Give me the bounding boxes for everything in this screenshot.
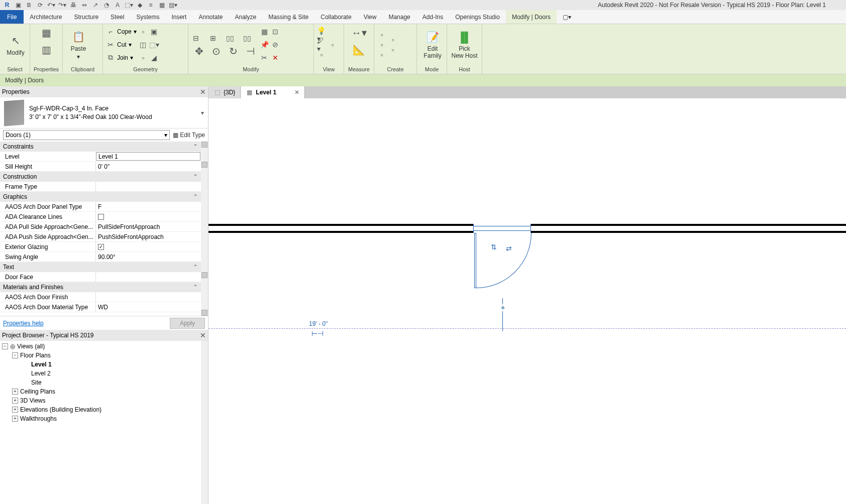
- properties-scrollbar[interactable]: [201, 142, 208, 316]
- door-swing-arc[interactable]: [476, 233, 532, 288]
- close-properties-icon[interactable]: ✕: [200, 88, 206, 96]
- mirror-pick-icon[interactable]: ▯▯: [226, 34, 235, 43]
- frame-type-value[interactable]: [95, 182, 201, 191]
- massing-tab[interactable]: Massing & Site: [262, 10, 314, 24]
- door-material-value[interactable]: WD: [95, 302, 201, 312]
- cut-button[interactable]: ✂Cut▾: [106, 39, 137, 51]
- override-icon[interactable]: 🖊▾: [317, 40, 326, 49]
- dimension-value[interactable]: 19' - 0": [309, 320, 328, 327]
- close-browser-icon[interactable]: ✕: [200, 331, 206, 339]
- undo-icon[interactable]: ↶▾: [47, 1, 55, 9]
- create-similar-icon[interactable]: ▫: [377, 30, 386, 39]
- expand-icon[interactable]: [12, 389, 18, 395]
- collaborate-tab[interactable]: Collaborate: [314, 10, 357, 24]
- text-icon[interactable]: A: [114, 1, 122, 9]
- structure-tab[interactable]: Structure: [68, 10, 104, 24]
- insert-tab[interactable]: Insert: [165, 10, 192, 24]
- scale-icon[interactable]: ⊡: [271, 27, 280, 36]
- collapse-icon[interactable]: [12, 352, 18, 358]
- ada-pull-value[interactable]: PullSideFrontApproach: [95, 222, 201, 231]
- pin-icon[interactable]: ⊘: [271, 40, 280, 49]
- modify-tool-button[interactable]: ↖Modify: [3, 26, 28, 64]
- dimension-symbol-icon[interactable]: ⊢⊣: [311, 329, 324, 337]
- ada-push-value[interactable]: PushSideFrontApproach: [95, 232, 201, 241]
- 3d-view-tab[interactable]: ⬚{3D}: [208, 86, 241, 98]
- panel-type-value[interactable]: F: [95, 202, 201, 211]
- cope-button[interactable]: ⌐Cope▾: [106, 26, 137, 38]
- properties-icon[interactable]: ▦: [39, 25, 54, 40]
- create-assembly-icon[interactable]: ▫: [377, 50, 386, 59]
- pick-new-host-button[interactable]: ▐▌Pick New Host: [450, 26, 479, 64]
- unpin-icon[interactable]: 📌: [260, 40, 269, 49]
- array-icon[interactable]: ▦: [260, 27, 269, 36]
- expand-icon[interactable]: [12, 407, 18, 413]
- door-finish-value[interactable]: [95, 292, 201, 302]
- create-icon2[interactable]: ▫: [388, 45, 397, 54]
- offset-icon[interactable]: ⊞: [208, 34, 218, 43]
- properties-help-link[interactable]: Properties help: [3, 320, 44, 327]
- expand-icon[interactable]: [12, 416, 18, 422]
- move-icon[interactable]: ✥: [191, 44, 206, 59]
- redo-icon[interactable]: ↷▾: [58, 1, 66, 9]
- level-1-node[interactable]: Level 1: [1, 360, 207, 369]
- elevations-node[interactable]: Elevations (Building Elevation): [1, 405, 207, 414]
- construction-category[interactable]: Construction⌃: [0, 172, 201, 182]
- drawing-canvas[interactable]: ↖ ⇅ ⇄ 19' - 0" ⊢⊣: [208, 98, 846, 504]
- flip-horizontal-control[interactable]: ⇄: [506, 244, 511, 253]
- geo-icon[interactable]: ⬚▾: [150, 40, 159, 49]
- exterior-glazing-value[interactable]: ✓: [95, 242, 201, 251]
- expand-icon[interactable]: [12, 398, 18, 404]
- linework-icon[interactable]: ▫: [317, 50, 326, 59]
- wall-element[interactable]: [208, 224, 846, 233]
- apply-button[interactable]: Apply: [170, 318, 205, 329]
- edit-type-button[interactable]: ▦Edit Type: [173, 132, 205, 139]
- copy-icon[interactable]: ⊙: [208, 44, 224, 59]
- addins-tab[interactable]: Add-Ins: [416, 10, 449, 24]
- sync-icon[interactable]: ⟳: [36, 1, 44, 9]
- measure-icon[interactable]: ⇔: [80, 1, 88, 9]
- flip-vertical-control[interactable]: ⇅: [491, 243, 497, 251]
- door-frame[interactable]: [473, 226, 531, 231]
- split-element-icon[interactable]: ✂: [260, 53, 269, 62]
- scroll-down-icon[interactable]: [201, 310, 207, 316]
- steel-tab[interactable]: Steel: [104, 10, 130, 24]
- sill-height-value[interactable]: 0' 0": [95, 162, 201, 171]
- print-icon[interactable]: 🖶: [69, 1, 77, 9]
- mirror-draw-icon[interactable]: ▯▯: [243, 34, 252, 43]
- view-tab[interactable]: View: [358, 10, 383, 24]
- level-value[interactable]: Level 1: [96, 152, 200, 161]
- open-icon[interactable]: ▣: [14, 1, 22, 9]
- swing-angle-value[interactable]: 90.00°: [95, 252, 201, 262]
- dimension-witness[interactable]: [501, 298, 503, 328]
- join-button[interactable]: ⧉Join▾: [106, 52, 137, 64]
- aligned-dim-icon[interactable]: ↔▾: [352, 25, 367, 40]
- tag-icon[interactable]: ◔: [102, 1, 111, 9]
- systems-tab[interactable]: Systems: [130, 10, 165, 24]
- 3d-views-node[interactable]: 3D Views: [1, 396, 207, 405]
- edit-family-button[interactable]: 📝Edit Family: [420, 26, 445, 64]
- demolish-icon[interactable]: ▣: [150, 27, 159, 36]
- wall-join-icon[interactable]: ▫: [139, 53, 148, 62]
- file-tab[interactable]: File: [0, 10, 24, 24]
- type-selector[interactable]: Sgl-F-WDR-Cap-3_4 In. Face 3' 0" x 7' 0"…: [0, 97, 208, 129]
- level-2-node[interactable]: Level 2: [1, 369, 207, 378]
- constraints-category[interactable]: Constraints⌃: [0, 142, 201, 152]
- modify-doors-tab[interactable]: Modify | Doors: [506, 10, 557, 24]
- architecture-tab[interactable]: Architecture: [24, 10, 68, 24]
- dimension-icon[interactable]: ↗: [91, 1, 99, 9]
- properties-filter-dropdown[interactable]: Doors (1)▾: [3, 130, 170, 140]
- save-icon[interactable]: 🗎: [25, 1, 33, 9]
- type-properties-icon[interactable]: ▥: [39, 42, 54, 57]
- site-node[interactable]: Site: [1, 378, 207, 387]
- 3d-icon[interactable]: ⬚▾: [125, 1, 133, 9]
- ada-clearance-value[interactable]: [95, 212, 201, 221]
- split-icon[interactable]: ◫: [139, 40, 148, 49]
- switch-windows-icon[interactable]: ▤▾: [169, 1, 177, 9]
- delete-icon[interactable]: ✕: [271, 53, 280, 62]
- measure-icon2[interactable]: 📐: [352, 42, 367, 57]
- floor-plans-node[interactable]: Floor Plans: [1, 351, 207, 360]
- beam-join-icon[interactable]: ◢: [150, 53, 159, 62]
- manage-tab[interactable]: Manage: [382, 10, 416, 24]
- collapse-icon[interactable]: [2, 343, 8, 349]
- trim-icon[interactable]: ⊣: [243, 44, 258, 59]
